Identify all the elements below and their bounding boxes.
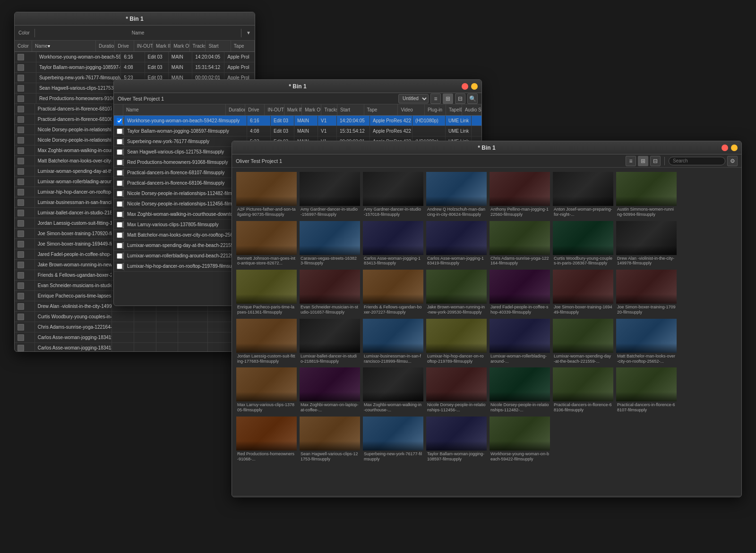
thumb-item[interactable]: Sean Hagwell-various-clips-121753-filmsu… — [299, 416, 361, 463]
thumb-item[interactable]: Anton Josef-woman-preparing-for-night-..… — [552, 171, 614, 219]
thumb-item[interactable]: Anthony Pellino-man-jogging-122560-films… — [489, 171, 550, 219]
thumb-item[interactable]: Austin Simmons-women-running-50994-films… — [616, 171, 677, 219]
row-checkbox[interactable] — [117, 232, 122, 238]
thumb-item[interactable]: Caravan-vegas-streets-163823-filmsupply — [299, 221, 361, 268]
col-markin[interactable]: Mark IN — [153, 41, 171, 51]
close-btn-2[interactable]: × — [462, 83, 468, 90]
col-markin-2[interactable]: Mark IN — [284, 104, 302, 115]
list-row[interactable]: Taylor Ballam-woman-jogging-108597-films… — [15, 62, 255, 73]
view-frame-btn-2[interactable]: ⊟ — [455, 94, 465, 104]
list-row[interactable]: Taylor Ballam-woman-jogging-108597-films… — [114, 126, 481, 136]
list-row[interactable]: Carlos Asse-woman-jogging-183419-filmsup… — [15, 332, 255, 343]
view-frame-btn-3[interactable]: ⊟ — [650, 156, 661, 166]
col-inout[interactable]: IN-OUT — [134, 41, 153, 51]
thumb-item[interactable]: Matt Batchelor-man-looks-over-city-on-ro… — [616, 318, 677, 366]
thumb-item[interactable]: Practical-dancers-in-florence-68106-film… — [552, 367, 614, 414]
thumb-item[interactable]: Carlos Asse-woman-jogging-183419-filmsup… — [426, 221, 487, 268]
view-thumb-btn-3[interactable]: ⊞ — [638, 156, 648, 166]
row-checkbox[interactable] — [117, 264, 122, 269]
thumb-item[interactable]: Workhorse-young-woman-on-beach-59422-fil… — [489, 416, 550, 463]
view-list-btn-3[interactable]: ≡ — [626, 156, 636, 166]
col-tapeid-2[interactable]: TapeID — [446, 104, 462, 115]
bin-select-2[interactable]: Untitled — [398, 94, 429, 103]
thumb-item[interactable]: Joe Simon-boxer-training-169449-filmsupp… — [552, 269, 614, 316]
row-checkbox[interactable] — [117, 243, 122, 248]
thumb-item[interactable]: Amy Gardner-dancer-in-studio-157018-film… — [362, 171, 424, 219]
col-name-2[interactable]: Name — [123, 104, 226, 115]
row-checkbox[interactable] — [117, 160, 122, 165]
col-markout-2[interactable]: Mark OUT — [302, 104, 321, 115]
view-list-btn-2[interactable]: ≡ — [430, 94, 441, 104]
thumb-item[interactable]: A2F Pictures-father-and-son-tailgating-9… — [236, 171, 297, 219]
list-row[interactable]: Carlos Asse-woman-jogging-183413-filmsup… — [15, 343, 255, 351]
thumb-item[interactable]: Joe Simon-boxer-training-170920-filmsupp… — [616, 269, 677, 316]
row-checkbox[interactable] — [117, 191, 122, 196]
col-name[interactable]: Name ▾ — [32, 41, 96, 51]
col-tape-2[interactable]: Tape — [364, 104, 398, 115]
thumb-item[interactable]: Max Larruy-various-clips-137805-filmsupp… — [236, 367, 297, 414]
thumb-item[interactable]: Max Zoghbi-woman-on-laptop-at-coffee-... — [299, 367, 361, 414]
col-start-2[interactable]: Start — [337, 104, 364, 115]
col-plugin-2[interactable]: Plug-in — [425, 104, 446, 115]
thumb-item[interactable]: Andrew Q Holzschuh-man-dancing-in-city-8… — [426, 171, 487, 219]
col-dur-2[interactable]: Duration — [226, 104, 245, 115]
search-btn-2[interactable]: 🔍 — [467, 94, 478, 104]
thumb-item[interactable]: Superbeing-new-york-76177-filmsupply — [362, 416, 424, 463]
thumb-item[interactable]: Lumixar-businessman-in-san-francisco-218… — [362, 318, 424, 366]
thumb-item[interactable]: Practical-dancers-in-florence-68107-film… — [616, 367, 677, 414]
thumb-item[interactable]: Evan Schneider-musician-in-studio-101657… — [299, 269, 361, 316]
row-checkbox[interactable] — [117, 180, 122, 186]
thumb-item[interactable]: Bennett Johnson-man-goes-into-antique-st… — [236, 221, 297, 268]
col-video-2[interactable]: Video — [398, 104, 425, 115]
thumb-item[interactable]: Max Zoghbi-woman-walking-in-courthouse-.… — [362, 367, 424, 414]
row-checkbox[interactable] — [117, 118, 122, 124]
thumb-item[interactable]: Chris Adams-sunrise-yoga-122164-filmsupp… — [489, 221, 550, 268]
thumb-item[interactable]: Friends & Fellows-ugandan-boxer-207227-f… — [362, 269, 424, 316]
col-color[interactable]: Color — [15, 41, 32, 51]
thumb-item[interactable]: Red Productions-homeowners-91068-... — [236, 416, 297, 463]
thumb-item[interactable]: Drew Alan -violinist-in-the-city-149978-… — [616, 221, 677, 268]
row-checkbox[interactable] — [117, 170, 122, 176]
thumb-item[interactable]: Jared Fadel-people-in-coffee-shop-40339-… — [489, 269, 550, 316]
thumb-item[interactable]: Amy Gardner-dancer-in-studio-156997-film… — [299, 171, 361, 219]
col-duration[interactable]: Duration — [96, 41, 115, 51]
thumb-item[interactable]: Taylor Ballam-woman-jogging-108597-films… — [426, 416, 487, 463]
min-btn-3[interactable]: − — [731, 145, 738, 151]
list-row[interactable]: Workhorse-young-woman-on-beach-59422-fil… — [114, 116, 481, 126]
thumb-item[interactable]: Jordan Laessig-custom-suit-fitting-17768… — [236, 318, 297, 366]
list-row[interactable]: Curtis Woodbury-young-couples-in-paris-2… — [15, 312, 255, 322]
thumb-item[interactable]: Curtis Woodbury-young-couples-in-paris-2… — [552, 221, 614, 268]
thumb-item[interactable]: Carlos Asse-woman-jogging-183413-filmsup… — [362, 221, 424, 268]
thumb-item[interactable]: Lumixar-woman-spending-day-at-the-beach-… — [552, 318, 614, 366]
row-checkbox[interactable] — [117, 212, 122, 217]
row-checkbox[interactable] — [117, 253, 122, 259]
col-tape[interactable]: Tape — [231, 41, 255, 51]
row-checkbox[interactable] — [117, 139, 122, 145]
thumb-item[interactable]: Jake Brown-woman-running-in-new-york-209… — [426, 269, 487, 316]
close-btn-3[interactable]: × — [722, 145, 728, 151]
view-thumb-btn-2[interactable]: ⊞ — [443, 94, 453, 104]
col-markout[interactable]: Mark OUT — [171, 41, 189, 51]
col-start[interactable]: Start — [206, 41, 231, 51]
col-tracks[interactable]: Tracks — [190, 41, 206, 51]
row-checkbox[interactable] — [117, 128, 122, 134]
row-checkbox[interactable] — [117, 222, 122, 228]
thumb-item[interactable]: Nicole Dorsey-people-in-relationships-11… — [426, 367, 487, 414]
thumb-item[interactable]: Nicole Dorsey-people-in-relationships-11… — [489, 367, 550, 414]
row-checkbox[interactable] — [117, 201, 122, 207]
thumb-item[interactable]: Lumixar-hip-hop-dancer-on-rooftop-219789… — [426, 318, 487, 366]
search-input-3[interactable] — [669, 157, 725, 165]
thumb-item[interactable]: Lumixar-ballet-dancer-in-studio-218819-f… — [299, 318, 361, 366]
list-row[interactable]: Chris Adams-sunrise-yoga-122164-filmsupp… — [15, 322, 255, 332]
list-row[interactable]: Workhorse-young-woman-on-beach-59422-fil… — [15, 52, 255, 62]
min-btn-2[interactable]: − — [471, 83, 478, 90]
settings-btn-3[interactable]: ⚙ — [727, 156, 738, 166]
thumb-item[interactable]: Enrique Pacheco-paris-time-lapses-161361… — [236, 269, 297, 316]
thumb-item[interactable]: Lumixar-woman-rollerblading-around-... — [489, 318, 550, 366]
col-tracks-2[interactable]: Tracks — [321, 104, 337, 115]
col-inout-2[interactable]: IN-OUT — [265, 104, 284, 115]
col-drive-2[interactable]: Drive — [245, 104, 265, 115]
col-drive[interactable]: Drive — [115, 41, 134, 51]
col-audiosr-2[interactable]: Audio SR — [462, 104, 481, 115]
row-checkbox[interactable] — [117, 149, 122, 155]
